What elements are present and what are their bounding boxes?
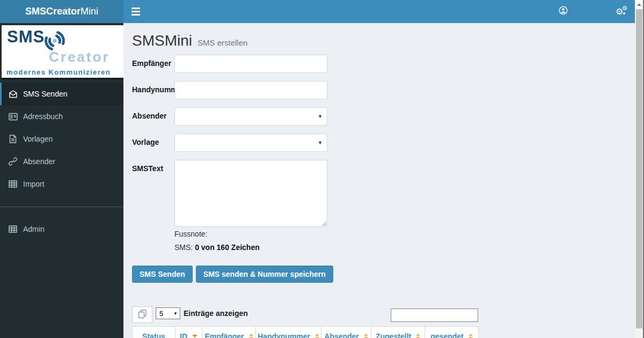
form-row: SMSText: [132, 160, 635, 227]
sidebar-item-label: Admin: [23, 225, 45, 233]
sidebar-item-admin[interactable]: Admin: [0, 218, 123, 240]
brand-bold: SMSCreator: [25, 6, 80, 17]
scrollbar-thumb[interactable]: [636, 9, 642, 328]
sidebar-item-label: Adressbuch: [23, 112, 63, 121]
column-header-status[interactable]: Status: [133, 327, 175, 338]
sms-counter: SMS: 0 von 160 Zeichen: [174, 243, 635, 252]
vorlage-label: Vorlage: [132, 134, 174, 146]
copy-button[interactable]: [132, 306, 152, 323]
form-row: Handynummer: [132, 81, 635, 99]
sidebar-item-label: Import: [23, 180, 45, 188]
user-menu-button[interactable]: [553, 0, 573, 23]
settings-menu-button[interactable]: ⚙⚙: [611, 0, 632, 23]
column-label: ID: [180, 332, 187, 338]
handynummer-input[interactable]: [174, 81, 327, 99]
absender-label: Absender: [132, 107, 174, 120]
form-row: Empfänger: [132, 55, 635, 73]
column-label: gesendet: [430, 332, 463, 338]
column-header-handynummer[interactable]: Handynummer: [256, 327, 321, 338]
sort-both-icon: [469, 334, 473, 338]
sidebar-item-absender[interactable]: Absender: [0, 150, 123, 173]
page-subtitle: SMS erstellen: [197, 38, 247, 47]
column-label: Status: [142, 332, 165, 338]
app-logo[interactable]: SMSCreatorMini: [0, 0, 123, 23]
sidebar-divider: [0, 207, 123, 207]
column-label: Empfänger: [204, 332, 244, 338]
page-title: SMSMini: [132, 32, 192, 49]
smscreator-logo: SMS Creator modernes Kommunizieren: [2, 25, 123, 79]
sort-both-icon: [364, 334, 368, 338]
empfaenger-input[interactable]: [174, 55, 327, 73]
sidebar-item-label: Absender: [23, 157, 55, 166]
column-header-absender[interactable]: Absender: [321, 327, 371, 338]
table-header-row: Status ID Empfänger Handynummer: [133, 327, 479, 338]
handynummer-label: Handynummer: [132, 81, 174, 94]
vorlage-select[interactable]: [174, 134, 327, 152]
absender-select[interactable]: [174, 107, 327, 126]
table-controls: 5 ▼ Einträge anzeigen Suchen: [132, 306, 478, 325]
sidebar: SMS Creator modernes Kommunizieren SMS S…: [0, 23, 123, 338]
scrollbar-up-arrow-icon[interactable]: [635, 0, 643, 9]
sidebar-item-adressbuch[interactable]: Adressbuch: [0, 105, 123, 128]
column-header-id[interactable]: ID: [175, 327, 202, 338]
column-header-gesendet[interactable]: gesendet: [425, 327, 479, 338]
link-icon: [8, 157, 18, 166]
sort-both-icon: [249, 334, 253, 338]
logo-tagline: modernes Kommunizieren: [6, 68, 111, 76]
hamburger-icon[interactable]: [123, 0, 148, 23]
form-row: Vorlage ▼: [132, 134, 635, 152]
smstext-textarea[interactable]: [174, 160, 327, 227]
page-header: SMSMini SMS erstellen: [132, 32, 635, 49]
brand-light: Mini: [80, 6, 98, 17]
sidebar-item-sms-senden[interactable]: SMS Senden: [0, 83, 123, 105]
page-length-label: Einträge anzeigen: [184, 309, 248, 318]
sort-both-icon: [315, 334, 319, 338]
sidebar-menu: SMS Senden Adressbuch Vorlagen Absender …: [0, 83, 123, 240]
column-label: Absender: [324, 332, 359, 338]
sidebar-item-label: Vorlagen: [23, 135, 53, 143]
page-length-select[interactable]: 5: [156, 307, 180, 319]
counter-prefix: SMS:: [174, 243, 193, 252]
sort-desc-icon: [192, 335, 197, 337]
column-label: Zugestellt: [376, 332, 411, 338]
sidebar-item-vorlagen[interactable]: Vorlagen: [0, 128, 123, 150]
table-grid-icon: [8, 180, 18, 188]
table-grid-icon: [8, 225, 18, 233]
column-header-zugestellt[interactable]: Zugestellt: [371, 327, 425, 338]
sms-table: Status ID Empfänger Handynummer: [132, 326, 479, 338]
column-label: Handynummer: [258, 332, 310, 338]
column-header-empfaenger[interactable]: Empfänger: [202, 327, 256, 338]
window-scrollbar[interactable]: [635, 0, 644, 338]
sidebar-item-import[interactable]: Import: [0, 173, 123, 195]
form-row: Absender ▼: [132, 107, 635, 126]
user-circle-icon: [559, 6, 568, 17]
sidebar-item-label: SMS Senden: [23, 90, 68, 98]
footnote-label: Fussnote:: [174, 230, 635, 238]
address-book-icon: [8, 113, 18, 121]
button-row: SMS Senden SMS senden & Nummer speichern: [132, 266, 635, 283]
smstext-label: SMSText: [132, 160, 174, 173]
gears-icon: ⚙⚙: [616, 6, 627, 17]
search-input[interactable]: [391, 308, 478, 322]
document-icon: [8, 135, 18, 143]
envelope-icon: [8, 90, 18, 98]
sms-senden-nummer-speichern-button[interactable]: SMS senden & Nummer speichern: [196, 266, 333, 283]
copy-icon: [137, 309, 147, 321]
empfaenger-label: Empfänger: [132, 55, 174, 68]
top-navbar: SMSCreatorMini ⚙⚙: [0, 0, 635, 23]
main-content: SMSMini SMS erstellen Empfänger Handynum…: [123, 23, 635, 338]
sms-senden-button[interactable]: SMS Senden: [132, 266, 193, 283]
logo-text-creator: Creator: [49, 49, 109, 65]
sms-form: Empfänger Handynummer Absender ▼ Vorlage…: [132, 55, 635, 252]
sort-both-icon: [416, 334, 420, 338]
counter-value: 0 von 160 Zeichen: [195, 243, 260, 252]
sms-history-table-area: 5 ▼ Einträge anzeigen Suchen Status ID: [132, 306, 478, 338]
